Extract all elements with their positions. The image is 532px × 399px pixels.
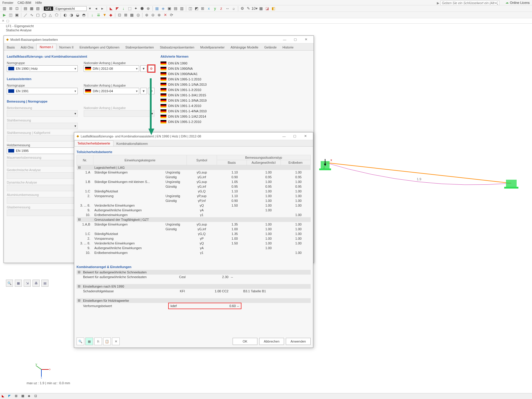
table-row[interactable]: GünstigγG,inf1.001.001.00 <box>77 227 311 231</box>
tool-icon[interactable]: ▦ <box>154 6 160 11</box>
table-row[interactable]: 10.Erdbebeneinwirkungenγ11.00 <box>77 213 311 217</box>
list-tool-icon[interactable]: ▤ <box>41 280 48 287</box>
tool-icon[interactable]: ↓ <box>90 12 95 18</box>
tab-stabsatzrep[interactable]: Stabsatzrepräsentanten <box>157 44 197 50</box>
minimize-button[interactable]: — <box>279 38 290 41</box>
tool-icon[interactable]: ▣ <box>167 6 172 11</box>
tool-icon[interactable]: ▼ <box>102 12 107 18</box>
combo-anhang[interactable]: DIN | 2012-08 ▾ <box>84 65 139 72</box>
tab-normen2[interactable]: Normen II <box>56 44 77 50</box>
status-icon[interactable]: ◣ <box>2 394 7 399</box>
tool-icon[interactable]: ▧ <box>35 6 40 11</box>
tool-icon[interactable]: ◤ <box>115 6 120 11</box>
ok-button[interactable]: OK <box>233 338 257 345</box>
tool-icon[interactable]: ▥ <box>2 6 7 11</box>
table-row[interactable]: 10.Erdbebeneinwirkungenγ11.00 <box>77 250 311 255</box>
status-icon[interactable]: ◤ <box>8 394 13 399</box>
tab-teilsicherheit[interactable]: Teilsicherheitsbeiwerte <box>74 140 113 146</box>
menu-cadbim[interactable]: CAD-BIM <box>17 1 31 4</box>
norm-item[interactable]: DIN EN 1991-1-4:2010 <box>160 103 311 108</box>
combo-holz[interactable]: EN 1995▾ <box>7 147 78 154</box>
tab-stabrep[interactable]: Stabrepräsentanten <box>122 44 157 50</box>
norm-item[interactable]: DIN EN 1991-1-4/NA:2010 <box>160 108 311 114</box>
tool-icon[interactable]: ⊖ <box>150 12 155 18</box>
table-row[interactable]: 1.A,BStändige EinwirkungenUngünstigγG,su… <box>77 222 311 227</box>
tool-icon[interactable]: ▥ <box>179 6 184 11</box>
search-tool-icon[interactable]: 🔍 <box>6 280 13 287</box>
close-button[interactable]: ✕ <box>301 38 311 41</box>
norm-item[interactable]: DIN EN 1991-1-3:2010 <box>160 87 311 93</box>
status-icon[interactable]: ⊡ <box>34 394 39 399</box>
tool-icon[interactable]: ⊕ <box>144 12 149 18</box>
status-icon[interactable]: ⊞ <box>15 394 20 399</box>
tool-icon[interactable]: ✎ <box>246 6 251 11</box>
tool-icon[interactable]: ↔ <box>225 6 230 11</box>
table-row[interactable]: 2.VorspannungUngünstigγP,sup1.101.001.00 <box>77 194 311 198</box>
doc-restore-icon[interactable]: ▢ <box>6 19 9 23</box>
online-license[interactable]: ☁ Online Licens <box>505 1 530 4</box>
table-row[interactable]: 3. ... 8.Veränderliche EinwirkungenγQ1.5… <box>77 241 311 246</box>
tool-icon[interactable]: ⊕ <box>146 6 151 11</box>
apply-button[interactable]: Anwenden <box>286 338 311 345</box>
norm-item[interactable]: DIN EN 1995-1-1/A2:2014 <box>160 114 311 119</box>
tool-icon[interactable]: ▦ <box>258 6 264 11</box>
table-row[interactable]: 1.AStändige EinwirkungenUngünstigγG,sup1… <box>77 170 311 175</box>
tool-icon[interactable]: ◓ <box>81 12 86 18</box>
paste-icon[interactable]: 📋 <box>103 338 111 345</box>
dropdown-icon[interactable]: ▾ <box>87 6 93 11</box>
tool-icon[interactable]: 10▾ <box>252 6 257 11</box>
tool-icon[interactable]: ◑ <box>69 12 74 18</box>
tool-icon[interactable]: z <box>219 6 224 11</box>
tool-icon[interactable]: ／ <box>23 12 28 18</box>
norm-item[interactable]: DIN EN 1990/NA/A1 <box>160 71 311 77</box>
tool-icon[interactable]: ⊡ <box>14 6 20 11</box>
tool-icon[interactable]: ▦ <box>29 6 34 11</box>
tool-icon[interactable]: ▦ <box>129 12 134 18</box>
tool-icon[interactable]: ◧ <box>271 6 276 11</box>
filter-button[interactable]: ▼ <box>140 65 147 72</box>
norm-item[interactable]: DIN EN 1995-1-1:2010 <box>160 77 311 82</box>
norm-item[interactable]: DIN EN 1991-1-3/NA:2019 <box>160 98 311 103</box>
maximize-button[interactable]: ▢ <box>289 134 300 138</box>
tool-icon[interactable]: ⊡ <box>117 12 122 18</box>
tool-icon[interactable]: ⚙ <box>240 6 245 11</box>
tool-icon[interactable]: y <box>213 6 218 11</box>
loadcase-select[interactable]: Eigengewicht <box>54 6 87 11</box>
tool-icon[interactable]: ⊞ <box>8 6 13 11</box>
status-icon[interactable]: ◈ <box>28 394 33 399</box>
tool-icon[interactable]: ⇊ <box>96 12 101 18</box>
tool-icon[interactable]: ◒ <box>75 12 80 18</box>
tool-icon[interactable]: ◆ <box>108 12 113 18</box>
norm-item[interactable]: DIN EN 1991-1-3/A1:2015 <box>160 93 311 98</box>
tool-icon[interactable]: ▢ <box>35 12 40 18</box>
tab-historie[interactable]: Historie <box>280 44 296 50</box>
tab-modellparam[interactable]: Modellparameter <box>197 44 228 50</box>
tool-icon[interactable]: ◪ <box>265 6 270 11</box>
tool-icon[interactable]: ◣ <box>108 6 114 11</box>
tool-icon[interactable]: ⊗ <box>156 12 162 18</box>
menu-hilfe[interactable]: Hilfe <box>35 1 42 4</box>
tab-addons[interactable]: Add-Ons <box>18 44 36 50</box>
tab-normen1[interactable]: Normen I <box>36 44 56 50</box>
tab-gelaende[interactable]: Gelände <box>261 44 280 50</box>
menu-fenster[interactable]: Fenster <box>2 1 13 4</box>
cancel-button[interactable]: Abbrechen <box>259 338 284 345</box>
dialog1-titlebar[interactable]: ◆ Modell-Basisangaben bearbeiten — ▢ ✕ <box>4 36 314 43</box>
tool-icon[interactable]: ▶ <box>2 12 7 18</box>
table-row[interactable]: GünstigγG,inf0.900.950.95 <box>77 175 311 179</box>
close-button[interactable]: ✕ <box>300 134 311 138</box>
settings-table[interactable]: ⊟Beiwert für außergewöhnliche Schneelast… <box>77 270 311 309</box>
tool-icon[interactable]: ◎ <box>135 12 141 18</box>
tool-icon[interactable]: ◈ <box>160 6 166 11</box>
tool-icon[interactable]: ◩ <box>194 6 199 11</box>
tool-icon[interactable]: ⌕ <box>231 6 236 11</box>
copy-icon[interactable]: ⎘ <box>94 338 102 345</box>
tab-einstellungen[interactable]: Einstellungen und Optionen <box>77 44 122 50</box>
table-row[interactable]: 1.CStändig/NutzlastγG,Q1.101.001.00 <box>77 189 311 194</box>
tab-abhaengige[interactable]: Abhängige Modelle <box>228 44 261 50</box>
next-icon[interactable]: ▸ <box>100 6 105 11</box>
table-row[interactable]: 1.BStändige Einwirkungen mit kleinen S..… <box>77 179 311 184</box>
table-row[interactable]: 3. ... 8.Veränderliche EinwirkungenγQ1.5… <box>77 203 311 208</box>
tool-icon[interactable]: ⟳ <box>169 12 174 18</box>
norm-item[interactable]: DIN EN 1995-1-1/NA:2013 <box>160 82 311 87</box>
